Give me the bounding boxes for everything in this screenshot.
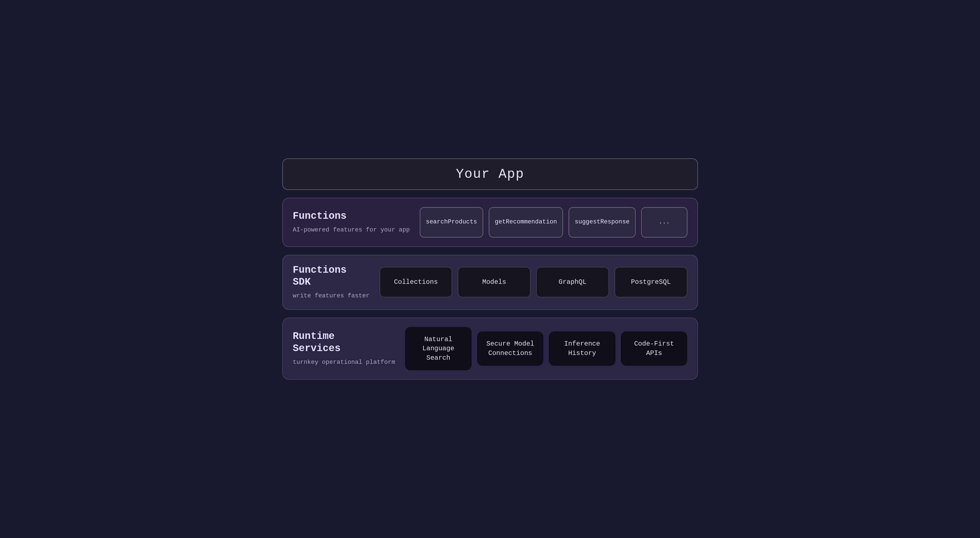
runtime-services-subtitle: turnkey operational platform bbox=[293, 358, 395, 367]
functions-card-4-label: ... bbox=[659, 218, 670, 227]
functions-sdk-cards-row: Collections Models GraphQL PostgreSQL bbox=[380, 267, 687, 297]
functions-cards-row: searchProducts getRecommendation suggest… bbox=[420, 207, 687, 238]
your-app-section: Your App bbox=[282, 159, 698, 190]
runtime-services-cards-row: Natural Language Search Secure Model Con… bbox=[405, 327, 687, 370]
functions-card-2[interactable]: getRecommendation bbox=[489, 207, 563, 238]
runtime-card-2-label: Secure Model Connections bbox=[483, 339, 538, 358]
runtime-card-3[interactable]: Inference History bbox=[549, 332, 616, 365]
your-app-title: Your App bbox=[456, 167, 524, 182]
functions-subtitle: AI-powered features for your app bbox=[293, 226, 410, 235]
sdk-card-2-label: Models bbox=[482, 278, 506, 287]
sdk-card-4[interactable]: PostgreSQL bbox=[614, 267, 687, 297]
functions-sdk-section: Functions SDK write features faster Coll… bbox=[282, 255, 698, 310]
functions-title: Functions bbox=[293, 210, 410, 222]
functions-card-2-label: getRecommendation bbox=[495, 218, 557, 227]
functions-card-3[interactable]: suggestResponse bbox=[568, 207, 636, 238]
runtime-services-section: Runtime Services turnkey operational pla… bbox=[282, 317, 698, 380]
sdk-card-3[interactable]: GraphQL bbox=[536, 267, 609, 297]
functions-section: Functions AI-powered features for your a… bbox=[282, 198, 698, 247]
sdk-card-4-label: PostgreSQL bbox=[631, 278, 671, 287]
functions-card-4[interactable]: ... bbox=[641, 207, 687, 238]
functions-sdk-title: Functions SDK bbox=[293, 264, 370, 288]
functions-sdk-subtitle: write features faster bbox=[293, 292, 370, 300]
runtime-card-4[interactable]: Code-First APIs bbox=[621, 332, 687, 365]
runtime-services-title: Runtime Services bbox=[293, 330, 395, 354]
functions-card-3-label: suggestResponse bbox=[574, 218, 630, 227]
runtime-card-1[interactable]: Natural Language Search bbox=[405, 327, 472, 370]
sdk-card-1-label: Collections bbox=[394, 278, 438, 287]
runtime-card-2[interactable]: Secure Model Connections bbox=[477, 332, 544, 365]
runtime-card-1-label: Natural Language Search bbox=[410, 335, 466, 363]
sdk-card-3-label: GraphQL bbox=[558, 278, 587, 287]
functions-left: Functions AI-powered features for your a… bbox=[293, 210, 410, 235]
sdk-card-1[interactable]: Collections bbox=[380, 267, 452, 297]
functions-sdk-left: Functions SDK write features faster bbox=[293, 264, 370, 300]
runtime-card-3-label: Inference History bbox=[554, 339, 610, 358]
runtime-card-4-label: Code-First APIs bbox=[627, 339, 682, 358]
functions-card-1-label: searchProducts bbox=[426, 218, 477, 227]
sdk-card-2[interactable]: Models bbox=[458, 267, 531, 297]
runtime-services-left: Runtime Services turnkey operational pla… bbox=[293, 330, 395, 367]
functions-card-1[interactable]: searchProducts bbox=[420, 207, 483, 238]
